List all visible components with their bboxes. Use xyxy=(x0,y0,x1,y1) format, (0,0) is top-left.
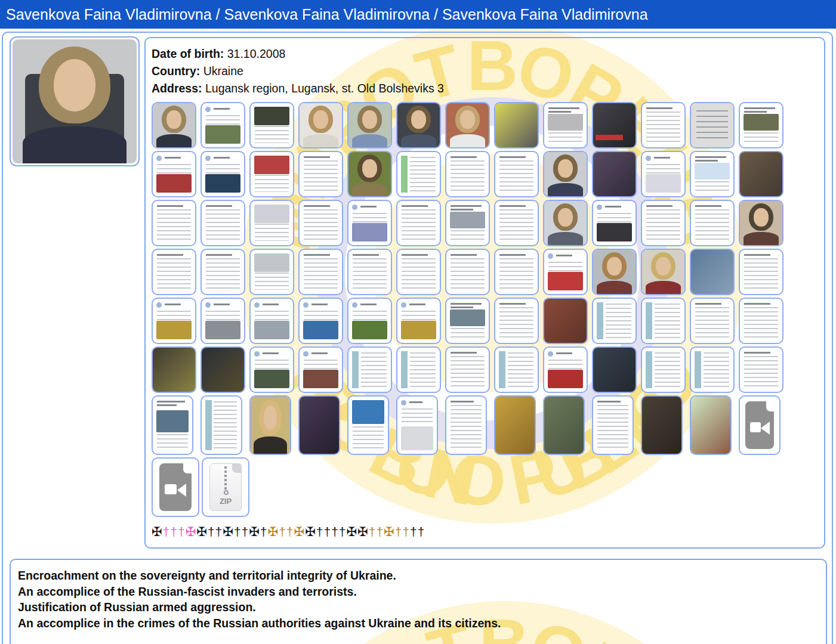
evidence-thumbnail[interactable] xyxy=(641,151,686,197)
evidence-thumbnail[interactable] xyxy=(445,395,487,455)
evidence-thumbnail[interactable] xyxy=(347,200,392,246)
evidence-thumbnail[interactable] xyxy=(543,200,588,246)
evidence-thumbnail[interactable] xyxy=(592,298,637,344)
evidence-thumbnail[interactable] xyxy=(739,102,783,148)
verdict-line: An accomplice in the crimes of the Russi… xyxy=(18,615,819,631)
evidence-thumbnail[interactable] xyxy=(494,102,539,148)
evidence-thumbnail[interactable] xyxy=(690,395,732,455)
evidence-thumbnail[interactable] xyxy=(200,249,245,295)
evidence-thumbnail[interactable] xyxy=(298,200,343,246)
evidence-thumbnail[interactable] xyxy=(152,249,196,295)
evidence-thumbnail[interactable] xyxy=(494,200,539,246)
evidence-thumbnail[interactable] xyxy=(690,200,735,246)
evidence-thumbnail[interactable] xyxy=(690,298,735,344)
evidence-thumbnail[interactable] xyxy=(396,395,438,455)
video-file-thumbnail[interactable] xyxy=(152,457,199,517)
evidence-thumbnail[interactable] xyxy=(152,102,196,148)
evidence-thumbnail[interactable] xyxy=(347,298,392,344)
evidence-thumbnail[interactable] xyxy=(298,102,343,148)
evidence-thumbnail[interactable] xyxy=(543,249,588,295)
evidence-thumbnail[interactable] xyxy=(641,200,686,246)
evidence-thumbnail[interactable] xyxy=(592,200,637,246)
dagger-symbol: † xyxy=(170,525,178,538)
evidence-thumbnail[interactable] xyxy=(396,102,441,148)
evidence-thumbnail[interactable] xyxy=(445,249,490,295)
evidence-thumbnail[interactable] xyxy=(690,249,735,295)
evidence-thumbnail[interactable] xyxy=(200,151,245,197)
evidence-thumbnail[interactable] xyxy=(249,395,291,455)
evidence-thumbnail[interactable] xyxy=(445,151,490,197)
evidence-thumbnail[interactable] xyxy=(298,249,343,295)
evidence-thumbnail[interactable] xyxy=(152,200,196,246)
evidence-thumbnail[interactable] xyxy=(494,395,536,455)
evidence-thumbnail[interactable] xyxy=(152,151,196,197)
evidence-thumbnail[interactable] xyxy=(152,298,196,344)
evidence-thumbnail[interactable] xyxy=(592,102,637,148)
zip-file-thumbnail[interactable]: ZIP xyxy=(202,457,249,517)
evidence-thumbnail[interactable] xyxy=(200,346,245,393)
profile-photo[interactable] xyxy=(10,36,140,166)
evidence-thumbnail[interactable] xyxy=(592,151,637,197)
gallery-row xyxy=(152,200,818,246)
evidence-thumbnail[interactable] xyxy=(396,200,441,246)
evidence-thumbnail[interactable] xyxy=(592,346,637,393)
evidence-thumbnail[interactable] xyxy=(445,200,490,246)
evidence-thumbnail[interactable] xyxy=(396,346,441,393)
evidence-thumbnail[interactable] xyxy=(200,102,245,148)
evidence-thumbnail[interactable] xyxy=(445,346,490,393)
evidence-thumbnail[interactable] xyxy=(739,346,783,393)
evidence-thumbnail[interactable] xyxy=(641,102,686,148)
evidence-thumbnail[interactable] xyxy=(298,151,343,197)
evidence-thumbnail[interactable] xyxy=(739,151,783,197)
evidence-thumbnail[interactable] xyxy=(494,151,539,197)
evidence-thumbnail[interactable] xyxy=(347,346,392,393)
evidence-thumbnail[interactable] xyxy=(298,298,343,344)
evidence-thumbnail[interactable] xyxy=(152,346,196,393)
evidence-thumbnail[interactable] xyxy=(396,298,441,344)
evidence-thumbnail[interactable] xyxy=(739,249,783,295)
evidence-thumbnail[interactable] xyxy=(494,346,539,393)
evidence-thumbnail[interactable] xyxy=(543,395,585,455)
evidence-thumbnail[interactable] xyxy=(249,102,294,148)
evidence-thumbnail[interactable] xyxy=(543,151,588,197)
evidence-thumbnail[interactable] xyxy=(298,346,343,393)
evidence-thumbnail[interactable] xyxy=(249,151,294,197)
evidence-thumbnail[interactable] xyxy=(249,249,294,295)
evidence-thumbnail[interactable] xyxy=(592,249,637,295)
field-value: 31.10.2008 xyxy=(224,47,285,60)
evidence-thumbnail[interactable] xyxy=(445,102,490,148)
evidence-thumbnail[interactable] xyxy=(543,298,588,344)
evidence-thumbnail[interactable] xyxy=(494,249,539,295)
evidence-thumbnail[interactable] xyxy=(739,298,783,344)
verdict-line: An accomplice of the Russian-fascist inv… xyxy=(18,584,819,600)
evidence-thumbnail[interactable] xyxy=(347,151,392,197)
video-file-thumbnail[interactable] xyxy=(739,395,781,455)
evidence-thumbnail[interactable] xyxy=(298,395,340,455)
dagger-symbol: † xyxy=(316,525,324,538)
evidence-thumbnail[interactable] xyxy=(347,395,389,455)
evidence-thumbnail[interactable] xyxy=(396,249,441,295)
evidence-thumbnail[interactable] xyxy=(739,200,783,246)
evidence-thumbnail[interactable] xyxy=(200,200,245,246)
evidence-thumbnail[interactable] xyxy=(249,346,294,393)
evidence-thumbnail[interactable] xyxy=(249,298,294,344)
evidence-thumbnail[interactable] xyxy=(200,395,242,455)
evidence-thumbnail[interactable] xyxy=(494,298,539,344)
evidence-thumbnail[interactable] xyxy=(641,298,686,344)
evidence-thumbnail[interactable] xyxy=(152,395,193,455)
evidence-thumbnail[interactable] xyxy=(690,346,735,393)
evidence-thumbnail[interactable] xyxy=(543,346,588,393)
evidence-thumbnail[interactable] xyxy=(641,249,686,295)
evidence-thumbnail[interactable] xyxy=(641,395,683,455)
evidence-thumbnail[interactable] xyxy=(347,102,392,148)
evidence-thumbnail[interactable] xyxy=(690,102,735,148)
evidence-thumbnail[interactable] xyxy=(592,395,634,455)
evidence-thumbnail[interactable] xyxy=(249,200,294,246)
evidence-thumbnail[interactable] xyxy=(690,151,735,197)
evidence-thumbnail[interactable] xyxy=(543,102,588,148)
evidence-thumbnail[interactable] xyxy=(641,346,686,393)
evidence-thumbnail[interactable] xyxy=(396,151,441,197)
evidence-thumbnail[interactable] xyxy=(347,249,392,295)
evidence-thumbnail[interactable] xyxy=(445,298,490,344)
evidence-thumbnail[interactable] xyxy=(200,298,245,344)
